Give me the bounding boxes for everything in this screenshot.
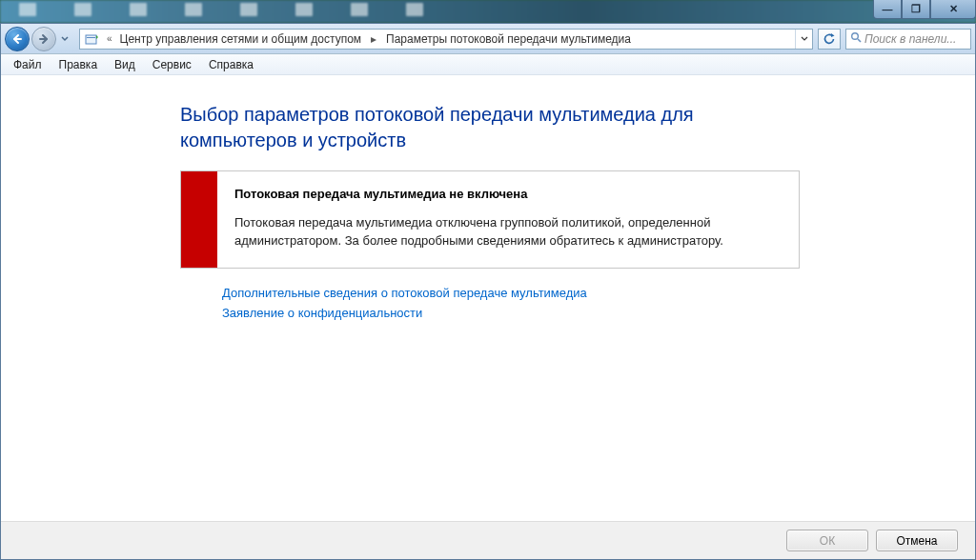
ok-button[interactable]: ОК bbox=[786, 530, 868, 551]
link-list: Дополнительные сведения о потоковой пере… bbox=[222, 286, 946, 320]
menu-bar: Файл Правка Вид Сервис Справка bbox=[1, 54, 975, 75]
alert-severity-stripe bbox=[181, 171, 217, 268]
taskbar-icons-blur bbox=[19, 3, 423, 16]
menu-tools[interactable]: Сервис bbox=[145, 56, 199, 73]
content-area: Выбор параметров потоковой передачи муль… bbox=[1, 75, 975, 521]
control-panel-window: « Центр управления сетями и общим доступ… bbox=[0, 23, 976, 560]
dialog-footer: ОК Отмена bbox=[1, 521, 975, 559]
refresh-button[interactable] bbox=[818, 29, 841, 50]
close-icon: ✕ bbox=[949, 3, 958, 15]
chevron-down-icon bbox=[801, 36, 808, 42]
alert-text: Потоковая передача мультимедиа отключена… bbox=[234, 214, 768, 250]
svg-line-6 bbox=[858, 39, 861, 42]
forward-arrow-icon bbox=[38, 33, 50, 45]
alert-heading: Потоковая передача мультимедиа не включе… bbox=[234, 187, 782, 201]
svg-rect-2 bbox=[86, 35, 96, 44]
maximize-button[interactable]: ❐ bbox=[902, 0, 930, 19]
svg-point-5 bbox=[852, 33, 859, 40]
nav-history-dropdown[interactable] bbox=[58, 29, 71, 50]
address-overflow-icon: « bbox=[103, 33, 116, 44]
maximize-icon: ❐ bbox=[911, 3, 921, 15]
chevron-down-icon bbox=[61, 36, 69, 42]
window-controls-group: — ❐ ✕ bbox=[873, 0, 976, 19]
menu-file[interactable]: Файл bbox=[6, 56, 50, 73]
svg-marker-4 bbox=[831, 33, 835, 37]
navigation-toolbar: « Центр управления сетями и общим доступ… bbox=[1, 24, 975, 54]
menu-help[interactable]: Справка bbox=[201, 56, 261, 73]
back-button[interactable] bbox=[5, 27, 30, 51]
address-folder-icon bbox=[82, 30, 101, 48]
breadcrumb-separator-icon: ▸ bbox=[365, 32, 382, 46]
forward-button[interactable] bbox=[31, 27, 56, 51]
close-button[interactable]: ✕ bbox=[930, 0, 976, 19]
search-icon bbox=[850, 31, 862, 46]
page-title: Выбор параметров потоковой передачи муль… bbox=[180, 102, 809, 153]
alert-box: Потоковая передача мультимедиа не включе… bbox=[180, 170, 800, 269]
search-input[interactable]: Поиск в панели... bbox=[845, 29, 971, 50]
back-arrow-icon bbox=[11, 33, 23, 45]
refresh-icon bbox=[823, 32, 836, 46]
minimize-button[interactable]: — bbox=[873, 0, 902, 19]
alert-body: Потоковая передача мультимедиа не включе… bbox=[217, 171, 799, 268]
breadcrumb-parent[interactable]: Центр управления сетями и общим доступом bbox=[116, 32, 366, 46]
menu-edit[interactable]: Правка bbox=[51, 56, 106, 73]
address-dropdown-button[interactable] bbox=[795, 30, 812, 49]
link-privacy[interactable]: Заявление о конфиденциальности bbox=[222, 306, 946, 320]
search-placeholder: Поиск в панели... bbox=[864, 32, 956, 46]
breadcrumb-current[interactable]: Параметры потоковой передачи мультимедиа bbox=[382, 32, 635, 46]
link-more-info[interactable]: Дополнительные сведения о потоковой пере… bbox=[222, 286, 946, 300]
minimize-icon: — bbox=[883, 4, 893, 15]
cancel-button[interactable]: Отмена bbox=[876, 530, 958, 551]
svg-rect-3 bbox=[87, 37, 95, 38]
address-bar[interactable]: « Центр управления сетями и общим доступ… bbox=[79, 29, 813, 50]
menu-view[interactable]: Вид bbox=[107, 56, 143, 73]
